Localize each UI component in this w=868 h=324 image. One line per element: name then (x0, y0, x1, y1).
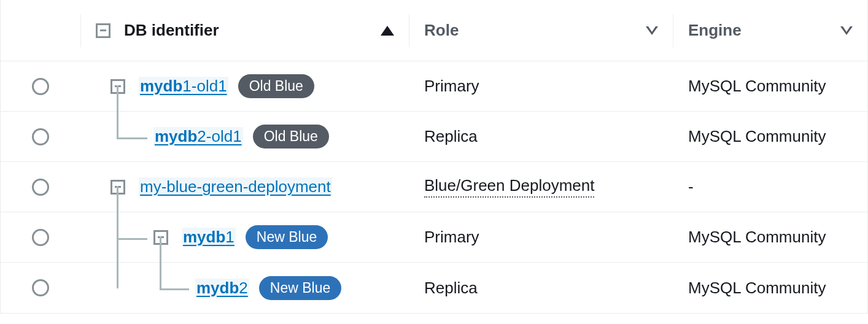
status-badge: New Blue (259, 276, 341, 300)
status-badge: Old Blue (238, 74, 314, 98)
row-radio[interactable] (32, 78, 49, 95)
status-badge: Old Blue (253, 125, 329, 148)
row-radio[interactable] (32, 128, 49, 145)
filter-icon[interactable] (840, 26, 853, 35)
header-label-engine: Engine (688, 21, 742, 40)
engine-text: - (688, 177, 694, 196)
sort-asc-icon[interactable] (381, 26, 394, 36)
engine-text: MySQL Community (688, 279, 826, 298)
column-divider (80, 14, 81, 47)
role-text: Primary (424, 228, 479, 247)
collapse-all-toggle[interactable] (96, 23, 110, 38)
engine-text: MySQL Community (688, 77, 826, 96)
status-badge: New Blue (246, 225, 328, 249)
row-radio[interactable] (32, 229, 49, 246)
db-table: DB identifier Role Engine mydb1-old1 Old… (0, 0, 868, 314)
header-label-role: Role (424, 21, 459, 40)
header-role[interactable]: Role (424, 21, 673, 40)
table-header: DB identifier Role Engine (1, 0, 867, 61)
column-divider (409, 14, 409, 47)
header-db-identifier[interactable]: DB identifier (96, 21, 409, 40)
filter-icon[interactable] (646, 26, 658, 35)
role-text: Primary (424, 77, 479, 96)
table-row[interactable]: mydb2 New Blue Replica MySQL Community (1, 263, 867, 313)
row-radio[interactable] (32, 279, 49, 296)
column-divider (673, 14, 673, 47)
table-row[interactable]: my-blue-green-deployment Blue/Green Depl… (1, 162, 867, 212)
role-text: Blue/Green Deployment (424, 176, 594, 198)
engine-text: MySQL Community (688, 127, 826, 146)
table-row[interactable]: mydb1-old1 Old Blue Primary MySQL Commun… (1, 61, 867, 112)
table-row[interactable]: mydb2-old1 Old Blue Replica MySQL Commun… (1, 112, 867, 162)
table-row[interactable]: mydb1 New Blue Primary MySQL Community (1, 212, 867, 263)
db-identifier-link[interactable]: mydb2 (195, 279, 249, 298)
role-text: Replica (424, 127, 478, 146)
row-radio[interactable] (32, 179, 49, 196)
db-identifier-link[interactable]: mydb2-old1 (153, 127, 243, 146)
header-label-id: DB identifier (124, 21, 219, 40)
db-identifier-link[interactable]: mydb1 (182, 228, 236, 247)
engine-text: MySQL Community (688, 228, 826, 247)
db-identifier-link[interactable]: mydb1-old1 (139, 77, 228, 96)
header-engine[interactable]: Engine (688, 21, 867, 40)
db-identifier-link[interactable]: my-blue-green-deployment (139, 177, 332, 196)
role-text: Replica (424, 279, 478, 298)
